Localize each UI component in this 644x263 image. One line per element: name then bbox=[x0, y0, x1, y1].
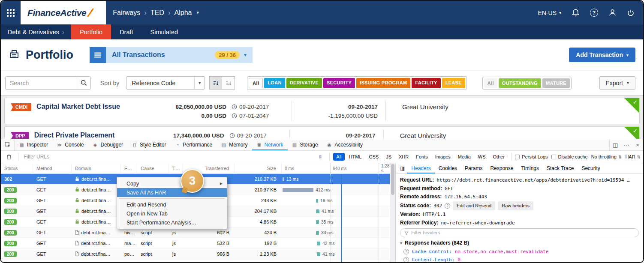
column-header-status[interactable]: Status bbox=[1, 163, 33, 173]
devtools-tab-console[interactable]: ≫Console bbox=[52, 139, 88, 150]
network-request-row[interactable]: 200GETdebt.rct.fina…po…scriptjs966 B1.23… bbox=[1, 249, 390, 260]
details-tab-cookies[interactable]: Cookies bbox=[435, 163, 461, 173]
app-launcher-button[interactable] bbox=[1, 1, 21, 24]
column-header-method[interactable]: Method bbox=[33, 163, 72, 173]
devtools-tab-style-editor[interactable]: {}Style Editor bbox=[127, 139, 170, 150]
filter-chip-derivative[interactable]: DERIVATIVE bbox=[286, 78, 322, 88]
context-menu-item-edit-and-resend[interactable]: Edit and Resend bbox=[117, 200, 227, 209]
breadcrumb-item-alpha[interactable]: Alpha bbox=[175, 9, 192, 17]
transaction-row[interactable]: DPPDirect Private Placement17,340,000.00… bbox=[4, 126, 640, 139]
export-button[interactable]: Export ▾ bbox=[599, 76, 636, 90]
filter-headers-input[interactable] bbox=[411, 229, 635, 237]
network-filter-fonts[interactable]: Fonts bbox=[413, 153, 431, 161]
persist-logs-toggle[interactable]: Persist Logs bbox=[515, 154, 548, 159]
help-button[interactable]: ? bbox=[590, 9, 598, 17]
action-button-raw-headers[interactable]: Raw headers bbox=[498, 201, 533, 211]
network-filter-html[interactable]: HTML bbox=[346, 153, 365, 161]
column-header-cause[interactable]: Cause bbox=[137, 163, 169, 173]
devtools-tab-performance[interactable]: ◔Performance bbox=[170, 139, 217, 150]
help-icon[interactable]: ? bbox=[403, 257, 409, 263]
action-button-edit-and-resend[interactable]: Edit and Resend bbox=[453, 201, 495, 211]
column-header-domain[interactable]: Domain bbox=[72, 163, 121, 173]
details-tab-params[interactable]: Params bbox=[461, 163, 486, 173]
locale-selector[interactable]: EN-US ▾ bbox=[538, 9, 561, 16]
transaction-row[interactable]: CMDICapital Market Debt Issue82,050,000.… bbox=[4, 98, 640, 124]
filter-chip-outstanding[interactable]: OUTSTANDING bbox=[499, 78, 541, 88]
nav-tab-simulated[interactable]: Simulated bbox=[142, 24, 187, 39]
account-button[interactable] bbox=[608, 9, 617, 17]
details-tab-headers[interactable]: Headers bbox=[407, 163, 434, 173]
filter-chip-issuing-program[interactable]: ISSUING PROGRAM bbox=[356, 78, 410, 88]
devtools-tab-accessibility[interactable]: ◉Accessibility bbox=[322, 139, 367, 150]
devtools-tab-memory[interactable]: ▤Memory bbox=[217, 139, 252, 150]
more-icon: ⋯ bbox=[624, 142, 629, 148]
filter-chip-mature[interactable]: MATURE bbox=[542, 78, 570, 88]
nav-tab-portfolio[interactable]: Portfolio bbox=[71, 24, 111, 39]
column-header-size[interactable]: Size bbox=[235, 163, 282, 173]
filter-chip-security[interactable]: SECURITY bbox=[323, 78, 355, 88]
response-headers-section[interactable]: ▾ Response headers (842 B) bbox=[400, 239, 639, 248]
filter-chip-loan[interactable]: LOAN bbox=[264, 78, 285, 88]
network-filter-other[interactable]: Other bbox=[490, 153, 508, 161]
network-filter-all[interactable]: All bbox=[333, 153, 344, 161]
devtools-tab-network[interactable]: ≣Network bbox=[252, 139, 288, 150]
disable-cache-toggle[interactable]: Disable cache bbox=[551, 154, 588, 159]
brand-logo[interactable]: FinanceActive bbox=[21, 1, 106, 24]
network-filter-ws[interactable]: WS bbox=[475, 153, 489, 161]
nav-tab-draft[interactable]: Draft bbox=[111, 24, 141, 39]
module-label[interactable]: Debt & Derivatives › bbox=[1, 24, 71, 39]
network-filter-js[interactable]: JS bbox=[383, 153, 394, 161]
network-request-row[interactable]: 200GETdebt.rct.fina…ma…scriptjs532 B192 … bbox=[1, 238, 390, 249]
sort-asc-button[interactable] bbox=[209, 76, 222, 90]
devtools-tab-debugger[interactable]: ◈Debugger bbox=[88, 139, 127, 150]
context-menu-item-open-in-new-tab[interactable]: Open in New Tab bbox=[117, 209, 227, 218]
scrollbar-thumb[interactable] bbox=[391, 164, 394, 195]
column-header-f[interactable]: F… bbox=[121, 163, 137, 173]
export-label: Export bbox=[606, 80, 623, 87]
details-tab-security[interactable]: Security bbox=[578, 163, 604, 173]
details-tab-timings[interactable]: Timings bbox=[517, 163, 543, 173]
devtools-close-button[interactable]: × bbox=[632, 139, 643, 150]
filter-chip-facility[interactable]: FACILITY bbox=[412, 78, 440, 88]
search-button[interactable] bbox=[77, 77, 90, 89]
help-icon[interactable]: ? bbox=[445, 203, 450, 209]
column-header-t[interactable]: T… bbox=[169, 163, 183, 173]
network-filter-media[interactable]: Media bbox=[455, 153, 474, 161]
filter-chip-all[interactable]: All bbox=[249, 78, 263, 88]
details-tab-response[interactable]: Response bbox=[486, 163, 517, 173]
pause-traffic-button[interactable]: ‖ bbox=[315, 151, 326, 163]
view-menu-button[interactable] bbox=[90, 47, 106, 63]
filter-urls-input[interactable] bbox=[22, 154, 311, 160]
scrollbar[interactable] bbox=[390, 163, 396, 263]
sort-desc-button[interactable] bbox=[222, 76, 235, 90]
view-dropdown[interactable]: All Transactions 29 / 36 ▾ bbox=[106, 47, 253, 63]
throttling-select[interactable]: No throttling ⇅ bbox=[591, 154, 622, 159]
devtools-tab-storage[interactable]: ▥Storage bbox=[288, 139, 322, 150]
breadcrumb-item-ted[interactable]: TED bbox=[150, 9, 164, 17]
network-filter-css[interactable]: CSS bbox=[366, 153, 382, 161]
details-tab-stack-trace[interactable]: Stack Trace bbox=[543, 163, 578, 173]
context-menu-item-copy[interactable]: Copy▶ bbox=[117, 179, 227, 188]
network-filter-xhr[interactable]: XHR bbox=[396, 153, 412, 161]
context-menu-item-save-all-as-har[interactable]: Save All As HAR bbox=[117, 188, 227, 197]
dock-options-button[interactable]: ◫ bbox=[610, 139, 621, 150]
network-filter-images[interactable]: Images bbox=[432, 153, 454, 161]
filter-chip-lease[interactable]: LEASE bbox=[442, 78, 465, 88]
breadcrumb-item-fairways[interactable]: Fairways bbox=[113, 9, 140, 17]
context-menu-item-start-performance-analysis[interactable]: Start Performance Analysis… bbox=[117, 218, 227, 227]
har-menu[interactable]: HAR ⇅ bbox=[625, 154, 641, 159]
help-icon[interactable]: ? bbox=[403, 249, 409, 254]
pick-element-button[interactable] bbox=[1, 139, 15, 150]
column-header-waterfall[interactable]: 0 ms640 ms1.28 s bbox=[282, 163, 390, 173]
add-transaction-button[interactable]: Add Transaction ▾ bbox=[569, 48, 635, 62]
devtools-menu-button[interactable]: ⋯ bbox=[621, 139, 632, 150]
search-input[interactable] bbox=[6, 77, 77, 89]
sort-field-select[interactable]: Reference Code ▾ bbox=[126, 76, 205, 90]
notifications-button[interactable] bbox=[572, 9, 580, 17]
clear-requests-button[interactable] bbox=[3, 151, 15, 163]
filter-chip-all[interactable]: All bbox=[484, 78, 497, 88]
logout-button[interactable] bbox=[627, 9, 635, 17]
panel-toggle-icon[interactable]: ◨ bbox=[397, 163, 407, 173]
status-cell: 200 bbox=[1, 230, 33, 236]
devtools-tab-inspector[interactable]: ▦Inspector bbox=[15, 139, 52, 150]
